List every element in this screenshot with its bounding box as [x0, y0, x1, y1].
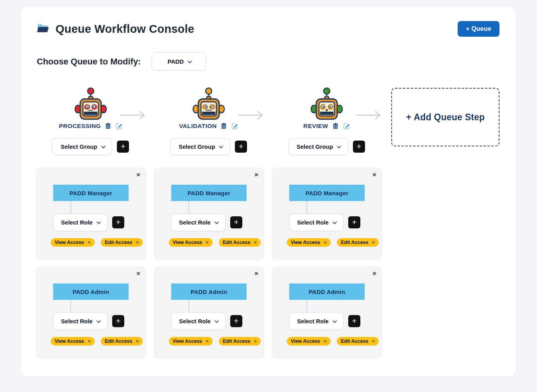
- add-group-button[interactable]: +: [353, 141, 365, 153]
- badge-label: Edit Access: [223, 240, 250, 245]
- remove-badge-icon[interactable]: ×: [254, 240, 257, 245]
- role-select-row: Select Role +: [171, 214, 264, 231]
- access-badge: View Access ×: [51, 337, 95, 346]
- remove-badge-icon[interactable]: ×: [136, 240, 139, 245]
- chevron-down-icon: [215, 219, 219, 224]
- edit-step-icon[interactable]: [231, 122, 238, 130]
- access-badge: Edit Access ×: [337, 238, 379, 247]
- select-role-dropdown[interactable]: Select Role: [289, 312, 344, 330]
- badge-label: View Access: [55, 240, 84, 245]
- role-select-row: Select Role +: [53, 312, 146, 330]
- close-icon[interactable]: ×: [254, 270, 258, 277]
- close-icon[interactable]: ×: [372, 270, 376, 277]
- add-group-button[interactable]: +: [117, 141, 129, 153]
- group-card: × PADD Admin Select Role + View Access ×…: [154, 266, 264, 359]
- group-card: × PADD Manager Select Role + View Access…: [36, 167, 146, 260]
- group-cards-row-1: × PADD Manager Select Role + View Access…: [36, 167, 499, 260]
- access-badge: Edit Access ×: [101, 337, 143, 346]
- add-group-button[interactable]: +: [235, 141, 247, 153]
- group-name-header: PADD Manager: [289, 185, 365, 201]
- edit-step-icon[interactable]: [343, 122, 350, 130]
- select-role-dropdown[interactable]: Select Role: [53, 214, 107, 231]
- badge-row: View Access × Edit Access ×: [51, 238, 146, 247]
- edit-step-icon[interactable]: [115, 122, 123, 130]
- step-review: REVIEW: [272, 87, 382, 155]
- add-role-button[interactable]: +: [230, 315, 242, 327]
- step-label-row: PROCESSING: [59, 122, 123, 130]
- flow-arrow-icon: [238, 110, 264, 120]
- add-queue-step-button[interactable]: + Add Queue Step: [391, 88, 499, 146]
- chevron-down-icon: [97, 219, 101, 224]
- select-role-label: Select Role: [61, 219, 93, 226]
- add-queue-button[interactable]: + Queue: [458, 21, 499, 37]
- select-role-dropdown[interactable]: Select Role: [289, 214, 344, 231]
- add-role-button[interactable]: +: [112, 216, 124, 228]
- chevron-down-icon: [337, 144, 341, 148]
- select-group-dropdown[interactable]: Select Group: [52, 138, 112, 155]
- close-icon[interactable]: ×: [254, 171, 258, 178]
- chevron-down-icon: [219, 144, 223, 148]
- select-role-dropdown[interactable]: Select Role: [171, 214, 226, 231]
- badge-label: View Access: [55, 339, 84, 344]
- select-group-label: Select Group: [297, 143, 333, 150]
- select-group-label: Select Group: [179, 143, 215, 150]
- select-role-dropdown[interactable]: Select Role: [53, 312, 107, 330]
- close-icon[interactable]: ×: [136, 270, 140, 277]
- badge-row: View Access × Edit Access ×: [169, 238, 264, 247]
- chevron-down-icon: [215, 318, 219, 323]
- access-badge: Edit Access ×: [101, 238, 143, 247]
- select-role-dropdown[interactable]: Select Role: [171, 312, 226, 330]
- access-badge: View Access ×: [51, 238, 95, 247]
- remove-badge-icon[interactable]: ×: [372, 339, 375, 344]
- select-role-label: Select Role: [297, 219, 329, 226]
- remove-badge-icon[interactable]: ×: [324, 240, 327, 245]
- add-role-button[interactable]: +: [348, 315, 360, 327]
- select-group-dropdown[interactable]: Select Group: [170, 138, 230, 155]
- add-role-button[interactable]: +: [112, 315, 124, 327]
- remove-badge-icon[interactable]: ×: [136, 339, 139, 344]
- add-role-button[interactable]: +: [348, 216, 360, 228]
- access-badge: View Access ×: [287, 337, 331, 346]
- group-name-header: PADD Admin: [53, 283, 129, 300]
- close-icon[interactable]: ×: [136, 171, 140, 178]
- group-name-header: PADD Manager: [171, 185, 247, 201]
- add-role-button[interactable]: +: [230, 216, 242, 228]
- delete-step-icon[interactable]: [220, 122, 227, 130]
- role-select-row: Select Role +: [53, 214, 146, 231]
- delete-step-icon[interactable]: [332, 122, 339, 130]
- flow-arrow-icon: [120, 110, 146, 120]
- role-select-row: Select Role +: [289, 214, 382, 231]
- remove-badge-icon[interactable]: ×: [372, 240, 375, 245]
- queue-select-dropdown[interactable]: PADD: [152, 52, 206, 71]
- delete-step-icon[interactable]: [104, 122, 112, 130]
- group-select-row: Select Group +: [52, 138, 129, 155]
- badge-label: Edit Access: [105, 240, 132, 245]
- badge-label: Edit Access: [341, 240, 368, 245]
- group-select-row: Select Group +: [288, 138, 365, 155]
- workflow-steps-row: PROCESSING: [36, 87, 499, 155]
- role-select-row: Select Role +: [289, 312, 382, 330]
- badge-label: View Access: [173, 339, 202, 344]
- select-role-label: Select Role: [179, 219, 211, 226]
- remove-badge-icon[interactable]: ×: [88, 240, 91, 245]
- group-name-header: PADD Admin: [171, 283, 247, 300]
- robot-icon: [192, 87, 226, 121]
- robot-icon: [73, 87, 108, 121]
- remove-badge-icon[interactable]: ×: [254, 339, 257, 344]
- remove-badge-icon[interactable]: ×: [206, 240, 209, 245]
- group-name-header: PADD Admin: [289, 283, 365, 300]
- badge-label: View Access: [291, 240, 320, 245]
- step-name: VALIDATION: [179, 123, 217, 130]
- remove-badge-icon[interactable]: ×: [88, 339, 91, 344]
- remove-badge-icon[interactable]: ×: [324, 339, 327, 344]
- connector-line: [70, 300, 71, 312]
- step-processing: PROCESSING: [36, 87, 146, 155]
- close-icon[interactable]: ×: [372, 171, 376, 178]
- remove-badge-icon[interactable]: ×: [206, 339, 209, 344]
- connector-line: [306, 201, 307, 214]
- page-title: Queue Workflow Console: [55, 23, 194, 36]
- select-group-dropdown[interactable]: Select Group: [288, 138, 348, 155]
- badge-label: Edit Access: [105, 339, 132, 344]
- connector-line: [188, 201, 189, 214]
- group-card: × PADD Admin Select Role + View Access ×…: [36, 266, 146, 359]
